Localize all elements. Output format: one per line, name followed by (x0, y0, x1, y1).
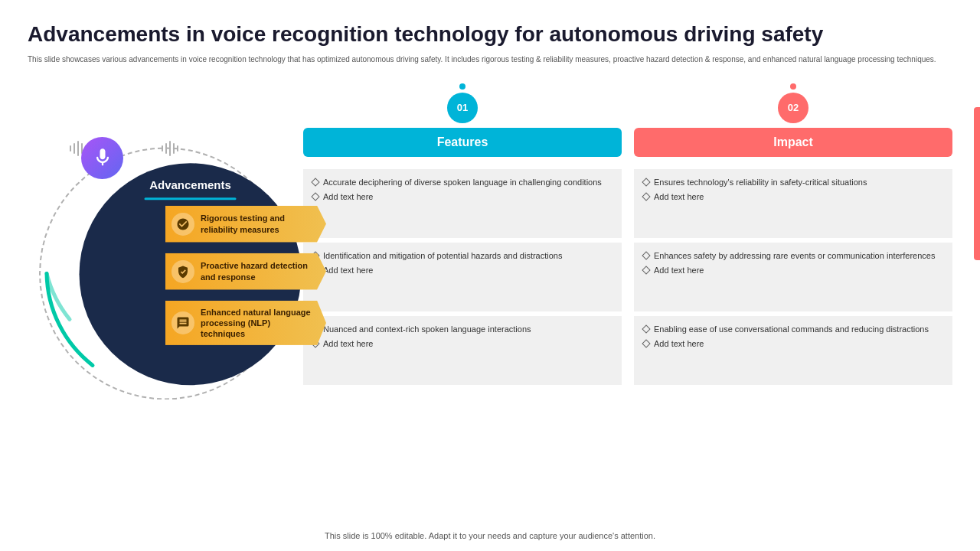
features-num-badge: 01 (447, 93, 478, 123)
banner-1-text: Rigorous testing and reliability measure… (201, 213, 317, 235)
slide: Advancements in voice recognition techno… (0, 0, 980, 551)
impact-num-badge: 02 (778, 93, 808, 123)
impact-card-1: Ensures technology's reliability in safe… (634, 169, 952, 238)
bullet-diamond (311, 178, 319, 186)
impact-cards: Ensures technology's reliability in safe… (634, 169, 952, 385)
impact-card-3-bullet-2: Add text here (643, 338, 943, 350)
features-card-1: Accurate deciphering of diverse spoken l… (303, 169, 622, 238)
left-section: Advancements Rigorous testing and reliab… (28, 76, 303, 481)
bullet-diamond (642, 192, 650, 201)
features-card-3-bullet-2: Add text here (312, 338, 612, 350)
footer-text: This slide is 100% editable. Adapt it to… (0, 531, 980, 540)
impact-dot (790, 83, 796, 90)
banner-2-icon (172, 259, 194, 282)
banner-3-icon (172, 311, 194, 334)
impact-card-1-bullet-2: Add text here (643, 191, 943, 203)
impact-card-3-bullet-1: Enabling ease of use conversational comm… (643, 324, 943, 335)
features-column: 01 Features Accurate deciphering of dive… (303, 83, 622, 481)
features-header: 01 Features (303, 83, 622, 157)
bullet-diamond (311, 192, 319, 201)
banner-container: Rigorous testing and reliability measure… (165, 205, 326, 345)
advancements-line (145, 197, 237, 200)
scrollbar[interactable] (974, 107, 980, 260)
impact-card-2: Enhances safety by addressing rare event… (634, 243, 952, 311)
features-card-2: Identification and mitigation of potenti… (303, 243, 622, 311)
banner-2-text: Proactive hazard detection and response (201, 260, 317, 282)
features-card-1-bullet-2: Add text here (312, 191, 612, 203)
content-area: Advancements Rigorous testing and reliab… (28, 76, 952, 481)
impact-title: Impact (634, 128, 952, 157)
impact-card-2-bullet-2: Add text here (643, 265, 943, 276)
features-dot (459, 83, 466, 90)
page-title: Advancements in voice recognition techno… (28, 21, 952, 47)
advancements-title: Advancements (149, 178, 231, 191)
banner-2: Proactive hazard detection and response (165, 253, 326, 289)
features-cards: Accurate deciphering of diverse spoken l… (303, 169, 622, 385)
features-card-2-bullet-1: Identification and mitigation of potenti… (312, 250, 612, 262)
features-card-1-bullet-1: Accurate deciphering of diverse spoken l… (312, 177, 612, 188)
subtitle-text: This slide showcases various advancement… (28, 54, 946, 65)
banner-1-icon (172, 212, 194, 235)
banner-3-text: Enhanced natural language processing (NL… (201, 306, 317, 339)
impact-card-2-bullet-1: Enhances safety by addressing rare event… (643, 250, 943, 262)
bullet-diamond (642, 251, 650, 259)
mic-icon-badge (81, 137, 123, 179)
impact-column: 02 Impact Ensures technology's reliabili… (634, 83, 952, 481)
features-title: Features (303, 128, 622, 157)
features-card-3-bullet-1: Nuanced and context-rich spoken language… (312, 324, 612, 335)
features-card-3: Nuanced and context-rich spoken language… (303, 316, 622, 385)
impact-card-1-bullet-1: Ensures technology's reliability in safe… (643, 177, 943, 188)
impact-header: 02 Impact (634, 83, 952, 157)
right-section: 01 Features Accurate deciphering of dive… (303, 76, 952, 481)
banner-1: Rigorous testing and reliability measure… (165, 205, 326, 242)
bullet-diamond (642, 178, 650, 186)
bullet-diamond (642, 266, 650, 274)
banner-3: Enhanced natural language processing (NL… (165, 300, 326, 345)
impact-card-3: Enabling ease of use conversational comm… (634, 316, 952, 385)
bullet-diamond (642, 324, 650, 333)
features-card-2-bullet-2: Add text here (312, 265, 612, 276)
bullet-diamond (642, 339, 650, 347)
